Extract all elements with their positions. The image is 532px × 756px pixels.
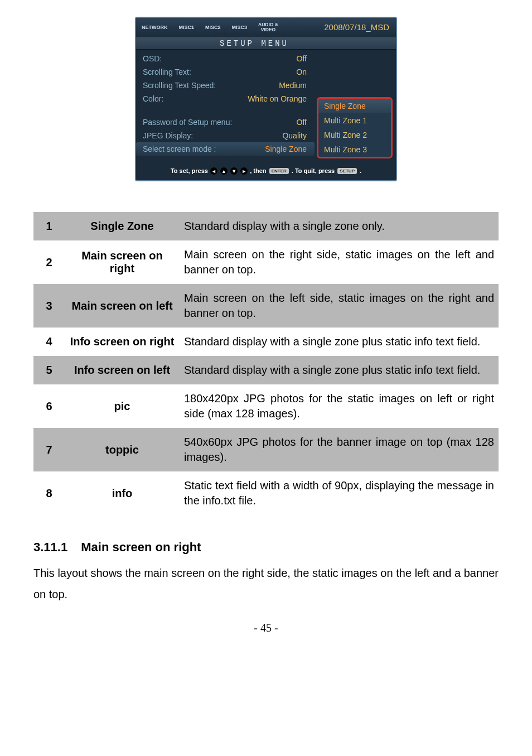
- section-number: 3.11.1: [33, 540, 67, 554]
- row-description: Main screen on the right side, static im…: [180, 240, 499, 284]
- row-number: 1: [33, 212, 65, 240]
- popup-option[interactable]: Multi Zone 2: [318, 128, 391, 142]
- section-body: This layout shows the main screen on the…: [33, 562, 499, 605]
- setup-badge: SETUP: [337, 168, 357, 174]
- row-name: Single Zone: [65, 212, 180, 240]
- row-description: Standard display with a single zone only…: [180, 212, 499, 240]
- label: Color:: [143, 94, 248, 103]
- row-name: info: [65, 471, 180, 515]
- setup-title: SETUP MENU: [136, 37, 396, 50]
- value: Off: [297, 118, 308, 127]
- tab-misc2[interactable]: MISC2: [200, 20, 226, 35]
- table-row: 5Info screen on leftStandard display wit…: [33, 356, 499, 384]
- label: JPEG Display:: [143, 131, 282, 140]
- table-row: 6pic180x420px JPG photos for the static …: [33, 384, 499, 428]
- row-number: 7: [33, 428, 65, 471]
- footer-text: , then: [250, 167, 266, 174]
- row-number: 8: [33, 471, 65, 515]
- row-name: toppic: [65, 428, 180, 471]
- row-name: Main screen on left: [65, 284, 180, 328]
- row-osd[interactable]: OSD: Off: [136, 52, 315, 65]
- popup-option[interactable]: Multi Zone 3: [318, 142, 391, 157]
- setup-menu-screenshot: NETWORK MISC1 MISC2 MISC3 AUDIO &VIDEO 2…: [135, 17, 397, 181]
- label: Scrolling Text:: [143, 68, 296, 76]
- row-number: 6: [33, 384, 65, 428]
- row-scrolling-speed[interactable]: Scrolling Text Speed: Medium: [136, 79, 315, 92]
- arrow-right-icon: ►: [240, 167, 248, 175]
- label: Select screen mode :: [143, 145, 265, 153]
- row-number: 3: [33, 284, 65, 328]
- footer-text: . To quit, press: [292, 167, 335, 174]
- screen-modes-table: 1Single ZoneStandard display with a sing…: [33, 212, 499, 515]
- tab-audio-video[interactable]: AUDIO &VIDEO: [253, 18, 284, 37]
- arrow-left-icon: ◄: [210, 167, 217, 175]
- row-jpeg-display[interactable]: JPEG Display: Quality: [136, 129, 315, 142]
- setup-tabs: NETWORK MISC1 MISC2 MISC3 AUDIO &VIDEO 2…: [136, 18, 396, 37]
- row-scrolling-text[interactable]: Scrolling Text: On: [136, 65, 315, 79]
- table-row: 2Main screen on rightMain screen on the …: [33, 240, 499, 284]
- value: White on Orange: [248, 94, 308, 103]
- row-name: Info screen on right: [65, 328, 180, 356]
- screen-mode-popup: Single Zone Multi Zone 1 Multi Zone 2 Mu…: [317, 97, 393, 158]
- row-name: pic: [65, 384, 180, 428]
- arrow-up-icon: ▲: [220, 167, 228, 175]
- row-number: 5: [33, 356, 65, 384]
- row-description: Static text field with a width of 90px, …: [180, 471, 499, 515]
- table-row: 7toppic540x60px JPG photos for the banne…: [33, 428, 499, 471]
- label: Scrolling Text Speed:: [143, 81, 279, 90]
- table-row: 3Main screen on leftMain screen on the l…: [33, 284, 499, 328]
- setup-date: 2008/07/18_MSD: [324, 22, 396, 32]
- row-number: 2: [33, 240, 65, 284]
- row-description: Standard display with a single zone plus…: [180, 356, 499, 384]
- popup-option[interactable]: Single Zone: [318, 99, 391, 113]
- value: On: [296, 68, 308, 76]
- section-title: Main screen on right: [81, 540, 201, 554]
- section-heading: 3.11.1 Main screen on right: [33, 540, 499, 555]
- table-row: 1Single ZoneStandard display with a sing…: [33, 212, 499, 240]
- table-row: 4Info screen on rightStandard display wi…: [33, 328, 499, 356]
- enter-badge: ENTER: [269, 168, 289, 174]
- row-description: 180x420px JPG photos for the static imag…: [180, 384, 499, 428]
- setup-footer: To set, press ◄ ▲ ▼ ► , then ENTER . To …: [136, 162, 396, 177]
- arrow-down-icon: ▼: [230, 167, 238, 175]
- row-description: 540x60px JPG photos for the banner image…: [180, 428, 499, 471]
- row-name: Info screen on left: [65, 356, 180, 384]
- row-description: Standard display with a single zone plus…: [180, 328, 499, 356]
- row-description: Main screen on the left side, static ima…: [180, 284, 499, 328]
- row-screen-mode[interactable]: Select screen mode : Single Zone: [136, 142, 315, 156]
- table-row: 8infoStatic text field with a width of 9…: [33, 471, 499, 515]
- value: Quality: [282, 131, 308, 140]
- tab-misc3[interactable]: MISC3: [226, 20, 253, 35]
- footer-text: To set, press: [171, 167, 208, 174]
- value: Medium: [279, 81, 308, 90]
- label: OSD:: [143, 54, 297, 63]
- row-name: Main screen on right: [65, 240, 180, 284]
- footer-text: .: [360, 167, 361, 174]
- value: Off: [297, 54, 308, 63]
- tab-network[interactable]: NETWORK: [136, 20, 173, 35]
- row-color[interactable]: Color: White on Orange: [136, 92, 315, 105]
- label: Password of Setup menu:: [143, 118, 297, 127]
- popup-option[interactable]: Multi Zone 1: [318, 113, 391, 128]
- value: Single Zone: [265, 145, 308, 153]
- page-number: - 45 -: [33, 622, 499, 634]
- tab-misc1[interactable]: MISC1: [173, 20, 200, 35]
- row-password[interactable]: Password of Setup menu: Off: [136, 115, 315, 129]
- row-number: 4: [33, 328, 65, 356]
